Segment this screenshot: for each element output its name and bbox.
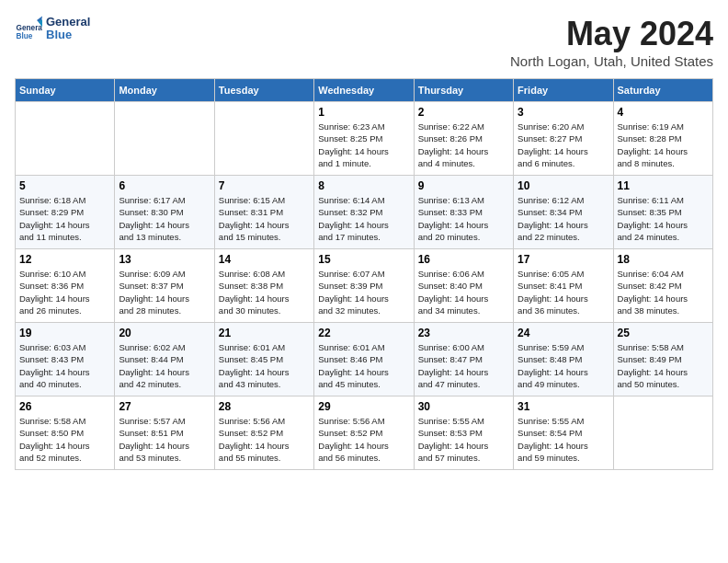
day-header-monday: Monday: [115, 79, 214, 102]
day-header-friday: Friday: [514, 79, 613, 102]
calendar-cell: 4Sunrise: 6:19 AMSunset: 8:28 PMDaylight…: [613, 102, 712, 176]
day-info: Sunrise: 6:00 AMSunset: 8:47 PMDaylight:…: [418, 341, 509, 390]
day-number: 24: [518, 327, 609, 339]
day-number: 13: [119, 253, 210, 266]
day-info: Sunrise: 5:58 AMSunset: 8:49 PMDaylight:…: [618, 341, 709, 390]
calendar-cell: 9Sunrise: 6:13 AMSunset: 8:33 PMDaylight…: [414, 176, 513, 249]
day-number: 2: [418, 106, 509, 119]
calendar-cell: 23Sunrise: 6:00 AMSunset: 8:47 PMDayligh…: [414, 323, 513, 396]
day-info: Sunrise: 6:12 AMSunset: 8:34 PMDaylight:…: [518, 194, 609, 243]
day-info: Sunrise: 5:57 AMSunset: 8:51 PMDaylight:…: [119, 415, 210, 464]
day-header-sunday: Sunday: [16, 79, 115, 102]
day-info: Sunrise: 6:11 AMSunset: 8:35 PMDaylight:…: [618, 194, 709, 243]
month-title: May 2024: [510, 15, 713, 53]
calendar-cell: 28Sunrise: 5:56 AMSunset: 8:52 PMDayligh…: [214, 396, 313, 470]
calendar-cell: 12Sunrise: 6:10 AMSunset: 8:36 PMDayligh…: [16, 249, 115, 323]
calendar-week-3: 12Sunrise: 6:10 AMSunset: 8:36 PMDayligh…: [16, 249, 713, 323]
logo-text-general: General: [46, 16, 90, 29]
day-info: Sunrise: 6:22 AMSunset: 8:26 PMDaylight:…: [418, 121, 509, 169]
day-info: Sunrise: 6:02 AMSunset: 8:44 PMDaylight:…: [119, 341, 210, 390]
day-number: 3: [518, 106, 609, 119]
calendar-cell: 31Sunrise: 5:55 AMSunset: 8:54 PMDayligh…: [514, 396, 613, 470]
calendar-cell: 13Sunrise: 6:09 AMSunset: 8:37 PMDayligh…: [115, 249, 214, 323]
day-number: 12: [19, 253, 110, 266]
day-number: 15: [318, 253, 409, 266]
calendar-cell: 26Sunrise: 5:58 AMSunset: 8:50 PMDayligh…: [16, 396, 115, 470]
day-info: Sunrise: 5:56 AMSunset: 8:52 PMDaylight:…: [219, 415, 310, 464]
calendar-cell: [115, 102, 214, 176]
day-header-tuesday: Tuesday: [214, 79, 313, 102]
day-info: Sunrise: 6:07 AMSunset: 8:39 PMDaylight:…: [318, 268, 409, 316]
calendar-cell: 24Sunrise: 5:59 AMSunset: 8:48 PMDayligh…: [514, 323, 613, 396]
calendar-week-2: 5Sunrise: 6:18 AMSunset: 8:29 PMDaylight…: [16, 176, 713, 249]
day-number: 20: [119, 327, 210, 339]
day-number: 8: [318, 179, 409, 192]
day-number: 31: [518, 400, 609, 413]
calendar-cell: [613, 396, 712, 470]
day-info: Sunrise: 6:14 AMSunset: 8:32 PMDaylight:…: [318, 194, 409, 243]
logo-text-blue: Blue: [46, 29, 90, 41]
calendar-week-4: 19Sunrise: 6:03 AMSunset: 8:43 PMDayligh…: [16, 323, 713, 396]
page-header: General Blue General Blue May 2024 North…: [15, 15, 713, 69]
day-info: Sunrise: 6:23 AMSunset: 8:25 PMDaylight:…: [318, 121, 409, 169]
day-info: Sunrise: 6:09 AMSunset: 8:37 PMDaylight:…: [119, 268, 210, 316]
day-number: 28: [219, 400, 310, 413]
calendar-cell: 7Sunrise: 6:15 AMSunset: 8:31 PMDaylight…: [214, 176, 313, 249]
day-info: Sunrise: 5:55 AMSunset: 8:53 PMDaylight:…: [418, 415, 509, 464]
calendar-cell: 18Sunrise: 6:04 AMSunset: 8:42 PMDayligh…: [613, 249, 712, 323]
day-info: Sunrise: 6:10 AMSunset: 8:36 PMDaylight:…: [19, 268, 110, 316]
day-number: 26: [19, 400, 110, 413]
day-number: 25: [618, 327, 709, 339]
day-info: Sunrise: 6:15 AMSunset: 8:31 PMDaylight:…: [219, 194, 310, 243]
svg-text:General: General: [17, 24, 43, 32]
day-info: Sunrise: 5:58 AMSunset: 8:50 PMDaylight:…: [19, 415, 110, 464]
calendar-week-5: 26Sunrise: 5:58 AMSunset: 8:50 PMDayligh…: [16, 396, 713, 470]
calendar-cell: 8Sunrise: 6:14 AMSunset: 8:32 PMDaylight…: [314, 176, 414, 249]
day-info: Sunrise: 6:01 AMSunset: 8:45 PMDaylight:…: [219, 341, 310, 390]
day-number: 1: [318, 106, 409, 119]
day-number: 27: [119, 400, 210, 413]
day-number: 14: [219, 253, 310, 266]
day-info: Sunrise: 5:55 AMSunset: 8:54 PMDaylight:…: [518, 415, 609, 464]
day-number: 7: [219, 179, 310, 192]
calendar-cell: 21Sunrise: 6:01 AMSunset: 8:45 PMDayligh…: [214, 323, 313, 396]
calendar-cell: 20Sunrise: 6:02 AMSunset: 8:44 PMDayligh…: [115, 323, 214, 396]
day-info: Sunrise: 6:04 AMSunset: 8:42 PMDaylight:…: [618, 268, 709, 316]
day-info: Sunrise: 5:56 AMSunset: 8:52 PMDaylight:…: [318, 415, 409, 464]
day-header-saturday: Saturday: [613, 79, 712, 102]
calendar-cell: 2Sunrise: 6:22 AMSunset: 8:26 PMDaylight…: [414, 102, 513, 176]
svg-text:Blue: Blue: [17, 32, 33, 40]
day-info: Sunrise: 6:03 AMSunset: 8:43 PMDaylight:…: [19, 341, 110, 390]
calendar-cell: [16, 102, 115, 176]
calendar-cell: 27Sunrise: 5:57 AMSunset: 8:51 PMDayligh…: [115, 396, 214, 470]
day-number: 4: [618, 106, 709, 119]
calendar-cell: 15Sunrise: 6:07 AMSunset: 8:39 PMDayligh…: [314, 249, 414, 323]
day-info: Sunrise: 6:13 AMSunset: 8:33 PMDaylight:…: [418, 194, 509, 243]
calendar-cell: 22Sunrise: 6:01 AMSunset: 8:46 PMDayligh…: [314, 323, 414, 396]
day-number: 19: [19, 327, 110, 339]
calendar-cell: 19Sunrise: 6:03 AMSunset: 8:43 PMDayligh…: [16, 323, 115, 396]
day-number: 29: [318, 400, 409, 413]
calendar-table: SundayMondayTuesdayWednesdayThursdayFrid…: [15, 78, 713, 470]
day-header-thursday: Thursday: [414, 79, 513, 102]
day-info: Sunrise: 6:05 AMSunset: 8:41 PMDaylight:…: [518, 268, 609, 316]
calendar-cell: 11Sunrise: 6:11 AMSunset: 8:35 PMDayligh…: [613, 176, 712, 249]
calendar-cell: 16Sunrise: 6:06 AMSunset: 8:40 PMDayligh…: [414, 249, 513, 323]
day-number: 5: [19, 179, 110, 192]
day-number: 22: [318, 327, 409, 339]
calendar-cell: 14Sunrise: 6:08 AMSunset: 8:38 PMDayligh…: [214, 249, 313, 323]
title-area: May 2024 North Logan, Utah, United State…: [510, 15, 713, 69]
day-header-wednesday: Wednesday: [314, 79, 414, 102]
day-number: 23: [418, 327, 509, 339]
day-number: 16: [418, 253, 509, 266]
location-title: North Logan, Utah, United States: [510, 53, 713, 69]
calendar-cell: 10Sunrise: 6:12 AMSunset: 8:34 PMDayligh…: [514, 176, 613, 249]
calendar-cell: 3Sunrise: 6:20 AMSunset: 8:27 PMDaylight…: [514, 102, 613, 176]
day-info: Sunrise: 6:19 AMSunset: 8:28 PMDaylight:…: [618, 121, 709, 169]
calendar-header: SundayMondayTuesdayWednesdayThursdayFrid…: [16, 79, 713, 102]
calendar-week-1: 1Sunrise: 6:23 AMSunset: 8:25 PMDaylight…: [16, 102, 713, 176]
calendar-cell: 30Sunrise: 5:55 AMSunset: 8:53 PMDayligh…: [414, 396, 513, 470]
day-info: Sunrise: 6:20 AMSunset: 8:27 PMDaylight:…: [518, 121, 609, 169]
day-number: 9: [418, 179, 509, 192]
day-number: 17: [518, 253, 609, 266]
